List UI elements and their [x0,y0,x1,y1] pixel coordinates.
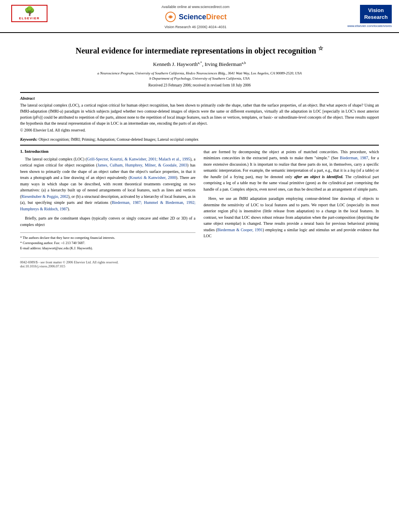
header-divider [20,92,379,93]
copyright: © 2006 Elsevier Ltd. All rights reserved… [20,128,379,132]
footnote-email: E-mail address: khaywort@usc.edu (K.J. H… [20,246,195,251]
sd-logo-icon [164,10,177,23]
journal-volume-info: Vision Research 46 (2006) 4024–4031 [165,25,226,29]
intro-paragraph-2: Briefly, parts are the constituent shape… [20,215,195,228]
left-column: 1. Introduction The lateral occipital co… [20,149,195,251]
abstract-section: Abstract The lateral occipital complex (… [20,96,379,132]
author1-sup: a,* [197,61,202,65]
available-online-text: Available online at www.sciencedirect.co… [162,5,230,9]
paper-content: Neural evidence for intermediate represe… [0,33,399,276]
keywords-line: Keywords: Object recognition; fMRI; Prim… [20,137,379,142]
affiliation-a: a Neuroscience Program, University of So… [20,71,379,76]
right-paragraph-2: Here, we use an fMRI adaptation paradigm… [204,195,379,239]
section1-title-text: Introduction [25,149,49,154]
journal-title-line2: Research [364,14,388,21]
footer-doi: doi:10.1016/j.visres.2006.07.015 [20,264,379,268]
elsevier-tree-icon: 🌳 [24,7,35,16]
received-dates: Received 23 February 2006; received in r… [20,83,379,87]
header-right: Vision Research www.elsevier.com/locate/… [339,5,392,28]
sciencedirect-logo: ScienceDirect [164,10,226,23]
journal-url: www.elsevier.com/locate/visres [348,24,392,28]
journal-title-box: Vision Research [360,5,392,23]
header-center: Available online at www.sciencedirect.co… [51,5,339,29]
keywords-text: Object recognition; fMRI; Priming; Adapt… [39,137,199,142]
right-paragraph-1: that are formed by decomposing the objec… [204,149,379,193]
elsevier-logo: 🌳 ELSEVIER [7,5,51,22]
right-column: that are formed by decomposing the objec… [204,149,379,251]
footer-issn: 0042-6989/$ - see front matter © 2006 El… [20,260,379,264]
authors-line: Kenneth J. Haywortha,*, Irving Biederman… [20,61,379,68]
section1-number: 1. [20,149,23,154]
footnote-corresponding: * Corresponding author. Fax: +1 213 740 … [20,240,195,246]
page-header: 🌳 ELSEVIER Available online at www.scien… [0,0,399,33]
authors-sep: , Irving Biederman [202,61,242,67]
abstract-title: Abstract [20,96,379,101]
svg-point-1 [169,16,172,18]
author2-sup: a,b [242,61,246,65]
affiliation-b: b Department of Psychology, University o… [20,76,379,82]
keywords-label: Keywords: [20,137,37,142]
footnote-star: * The authors declare that they have no … [20,235,195,240]
journal-title-line1: Vision [364,7,388,14]
intro-paragraph-1: The lateral occipital complex (LOC) (Gri… [20,156,195,212]
author1-name: Kenneth J. Hayworth [153,61,198,67]
elsevier-label: ELSEVIER [19,16,40,20]
body-columns: 1. Introduction The lateral occipital co… [20,149,379,251]
footer-info: 0042-6989/$ - see front matter © 2006 El… [20,257,379,268]
sciencedirect-text: ScienceDirect [179,13,226,21]
body-divider [20,145,379,146]
affiliations: a Neuroscience Program, University of So… [20,71,379,82]
abstract-text: The lateral occipital complex (LOC), a c… [20,102,379,126]
paper-title-text: Neural evidence for intermediate represe… [76,46,316,55]
section1-title: 1. Introduction [20,149,195,154]
footnote-section: * The authors declare that they have no … [20,232,195,251]
title-star: ☆ [318,45,323,51]
paper-title: Neural evidence for intermediate represe… [20,45,379,56]
